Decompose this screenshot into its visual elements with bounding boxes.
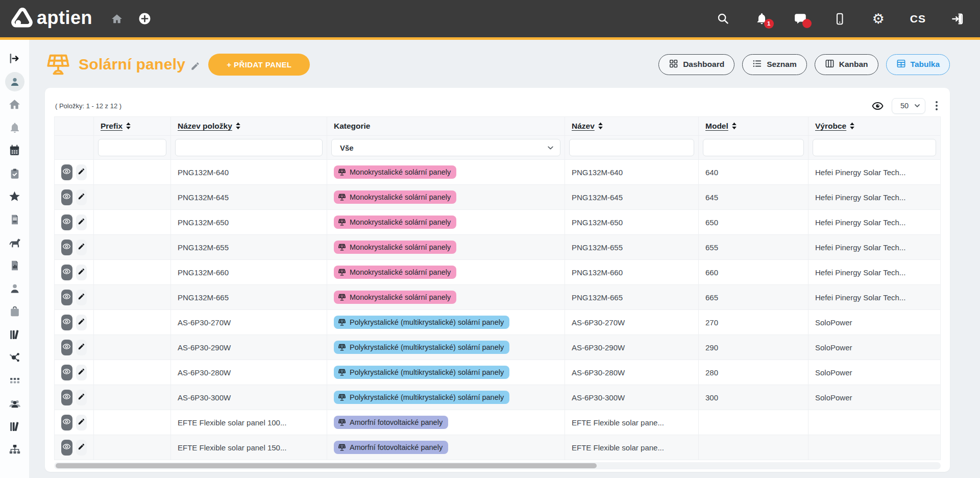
cell-model — [699, 435, 808, 460]
bell-icon[interactable] — [5, 116, 25, 139]
collapse-sidebar-icon[interactable] — [5, 47, 25, 70]
category-badge: Amorfní fotovoltaické panely — [334, 441, 448, 454]
briefcase-icon[interactable] — [5, 300, 25, 323]
column-header-prefix[interactable]: Prefix — [94, 117, 171, 136]
category-badge: Monokrystalické solární panely — [334, 216, 456, 229]
edit-title-icon[interactable] — [190, 61, 200, 71]
table-row: AS-6P30-300W Polykrystalické (multikryst… — [55, 385, 941, 410]
person-icon[interactable] — [5, 277, 25, 300]
org-chart-icon[interactable] — [5, 438, 25, 461]
language-switcher[interactable]: CS — [910, 13, 926, 25]
row-edit-button[interactable] — [76, 164, 87, 180]
column-header-model[interactable]: Model — [699, 117, 808, 136]
cell-nazev: EFTE Flexible solar pane... — [565, 410, 699, 435]
nazev-filter-input[interactable] — [569, 139, 694, 156]
row-view-button[interactable] — [61, 440, 72, 456]
search-icon[interactable] — [716, 12, 730, 26]
row-edit-button[interactable] — [76, 265, 87, 280]
scrollbar-thumb[interactable] — [56, 463, 597, 468]
nazev-polozky-filter-input[interactable] — [175, 139, 323, 156]
cell-kategorie: Monokrystalické solární panely — [327, 185, 565, 210]
pet-icon[interactable] — [5, 231, 25, 254]
add-circle-icon[interactable] — [137, 12, 152, 26]
add-panel-button[interactable]: + PŘIDAT PANEL — [208, 54, 310, 76]
category-badge: Monokrystalické solární panely — [334, 241, 456, 254]
row-view-button[interactable] — [61, 240, 72, 255]
row-edit-button[interactable] — [76, 189, 87, 205]
gear-icon[interactable]: ⚙ — [871, 12, 886, 26]
horizontal-scrollbar[interactable] — [54, 462, 941, 469]
aptien-logo[interactable]: aptien — [11, 8, 92, 30]
cell-kategorie: Monokrystalické solární panely — [327, 235, 565, 260]
topbar-nav — [110, 12, 152, 26]
row-view-button[interactable] — [61, 340, 72, 355]
calendar-icon[interactable] — [5, 139, 25, 162]
row-view-button[interactable] — [61, 214, 72, 230]
kategorie-filter-select[interactable]: Vše — [331, 139, 560, 156]
mobile-icon[interactable] — [832, 12, 847, 26]
books-2-icon[interactable] — [5, 415, 25, 438]
row-view-button[interactable] — [61, 365, 72, 380]
cell-nazev: EFTE Flexible solar pane... — [565, 435, 699, 460]
people-icon[interactable] — [5, 392, 25, 415]
column-visibility-icon[interactable] — [872, 100, 884, 112]
document-icon[interactable] — [5, 208, 25, 231]
column-header-vyrobce[interactable]: Výrobce — [808, 117, 941, 136]
home-icon[interactable] — [110, 12, 124, 26]
row-edit-button[interactable] — [76, 340, 87, 355]
row-edit-button[interactable] — [76, 240, 87, 255]
list-icon — [752, 59, 762, 70]
row-view-button[interactable] — [61, 315, 72, 330]
column-header-nazev[interactable]: Název — [565, 117, 699, 136]
column-header-nazev-polozky[interactable]: Název položky — [171, 117, 327, 136]
row-edit-button[interactable] — [76, 440, 87, 456]
view-dashboard-button[interactable]: Dashboard — [658, 54, 734, 75]
logout-icon[interactable] — [950, 12, 965, 26]
view-seznam-button[interactable]: Seznam — [742, 54, 807, 75]
row-view-button[interactable] — [61, 415, 72, 431]
category-badge-label: Monokrystalické solární panely — [350, 268, 451, 276]
eye-icon — [62, 392, 71, 402]
row-view-button[interactable] — [61, 189, 72, 205]
row-edit-button[interactable] — [76, 365, 87, 380]
solar-panel-icon — [338, 418, 346, 426]
row-view-button[interactable] — [61, 164, 72, 180]
chat-icon[interactable] — [794, 12, 808, 26]
row-edit-button[interactable] — [76, 214, 87, 230]
cell-prefix — [94, 210, 171, 235]
kategorie-filter-value: Vše — [340, 144, 354, 152]
books-icon[interactable] — [5, 323, 25, 346]
row-edit-button[interactable] — [76, 390, 87, 405]
cell-kategorie: Amorfní fotovoltaické panely — [327, 410, 565, 435]
report-icon[interactable] — [5, 254, 25, 277]
row-view-button[interactable] — [61, 265, 72, 280]
view-kanban-button[interactable]: Kanban — [815, 54, 878, 75]
row-edit-button[interactable] — [76, 315, 87, 330]
row-view-button[interactable] — [61, 290, 72, 305]
cell-nazev: PNG132M-660 — [565, 260, 699, 285]
cell-prefix — [94, 235, 171, 260]
more-options-icon[interactable] — [934, 99, 940, 112]
cell-prefix — [94, 285, 171, 310]
row-edit-button[interactable] — [76, 290, 87, 305]
solar-panel-icon — [338, 168, 346, 176]
vyrobce-filter-input[interactable] — [813, 139, 936, 156]
cell-vyrobce: SoloPower — [808, 360, 941, 385]
clipboard-check-icon[interactable] — [5, 162, 25, 185]
network-icon[interactable] — [5, 346, 25, 369]
view-tabulka-button[interactable]: Tabulka — [886, 54, 950, 75]
prefix-filter-input[interactable] — [98, 139, 166, 156]
home-icon[interactable] — [5, 93, 25, 116]
cell-nazev-polozky: PNG132M-645 — [171, 185, 327, 210]
user-avatar[interactable] — [5, 70, 25, 93]
model-filter-input[interactable] — [703, 139, 804, 156]
bell-icon[interactable]: 1 — [755, 12, 769, 26]
solar-panel-icon — [338, 318, 346, 326]
category-badge-label: Polykrystalické (multikrystalické) solár… — [350, 343, 504, 351]
apps-grid-icon[interactable] — [5, 369, 25, 392]
dashboard-icon — [669, 59, 678, 70]
row-edit-button[interactable] — [76, 415, 87, 431]
page-size-select[interactable]: 50 — [892, 98, 925, 114]
star-icon[interactable] — [5, 185, 25, 208]
row-view-button[interactable] — [61, 390, 72, 405]
